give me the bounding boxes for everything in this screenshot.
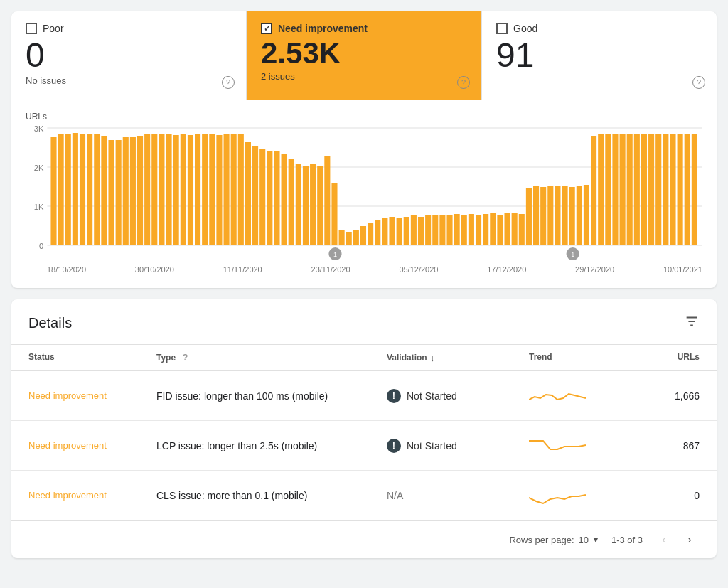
svg-rect-74: [526, 188, 532, 245]
svg-rect-47: [331, 183, 337, 245]
page-range: 1-3 of 3: [611, 535, 643, 545]
per-page-value: 10: [579, 535, 589, 545]
row2-type: LCP issue: longer than 2.5s (mobile): [156, 440, 387, 451]
svg-rect-75: [533, 186, 539, 245]
svg-rect-50: [353, 230, 359, 245]
svg-text:1: 1: [333, 251, 337, 258]
x-label-6: 29/12/2020: [575, 265, 614, 274]
col-trend: Trend: [529, 352, 643, 363]
details-header: Details: [11, 299, 717, 345]
svg-text:3K: 3K: [34, 124, 44, 133]
svg-rect-33: [231, 134, 237, 245]
x-label-3: 23/11/2020: [311, 265, 350, 274]
poor-help-icon[interactable]: ?: [222, 76, 235, 89]
svg-rect-43: [303, 166, 309, 245]
need-improvement-sub: 2 issues: [261, 71, 467, 82]
svg-rect-95: [678, 134, 683, 245]
row3-validation: N/A: [387, 490, 529, 501]
svg-rect-92: [655, 134, 661, 245]
metrics-card: Poor 0 No issues ? Need improvement 2.53…: [11, 11, 717, 288]
svg-rect-13: [87, 134, 92, 245]
svg-rect-45: [317, 166, 323, 245]
row1-status: Need improvement: [28, 390, 156, 401]
good-checkbox[interactable]: [496, 23, 508, 34]
svg-rect-41: [289, 159, 294, 245]
table-row: Need improvement FID issue: longer than …: [11, 371, 717, 421]
pagination-row: Rows per page: 10 ▼ 1-3 of 3 ‹ ›: [11, 520, 717, 558]
page-nav: ‹ ›: [654, 530, 700, 550]
svg-rect-91: [648, 134, 654, 245]
svg-rect-94: [670, 134, 675, 245]
row3-urls: 0: [643, 490, 700, 501]
svg-rect-97: [692, 134, 697, 245]
svg-rect-57: [404, 217, 410, 245]
svg-rect-8: [50, 137, 56, 245]
metric-poor: Poor 0 No issues ?: [11, 11, 247, 100]
good-help-icon[interactable]: ?: [692, 76, 705, 89]
svg-rect-81: [577, 186, 582, 245]
svg-rect-17: [116, 140, 122, 245]
svg-rect-80: [569, 187, 575, 245]
svg-rect-34: [238, 134, 244, 245]
need-improvement-label-row: Need improvement: [261, 23, 467, 34]
need-improvement-checkbox[interactable]: [261, 23, 272, 34]
rows-per-page: Rows per page: 10 ▼: [509, 535, 599, 545]
svg-rect-61: [432, 215, 438, 245]
type-help-icon[interactable]: ?: [182, 352, 188, 363]
svg-rect-76: [540, 187, 546, 245]
rows-per-page-label: Rows per page:: [509, 535, 574, 545]
svg-rect-87: [620, 134, 626, 245]
svg-rect-46: [324, 156, 330, 245]
svg-rect-69: [490, 213, 496, 245]
x-label-4: 05/12/2020: [399, 265, 438, 274]
x-label-7: 10/01/2021: [663, 265, 702, 274]
table-row: Need improvement LCP issue: longer than …: [11, 421, 717, 471]
col-validation[interactable]: Validation ↓: [387, 352, 529, 363]
filter-icon[interactable]: [684, 314, 700, 333]
svg-rect-18: [123, 137, 129, 245]
row1-validation-text: Not Started: [407, 390, 457, 402]
prev-page-button[interactable]: ‹: [654, 530, 674, 550]
svg-text:1: 1: [571, 251, 574, 258]
svg-rect-35: [245, 142, 251, 245]
svg-rect-19: [130, 137, 136, 245]
svg-rect-63: [446, 215, 452, 245]
svg-rect-26: [181, 134, 186, 245]
metric-need-improvement: Need improvement 2.53K 2 issues ?: [247, 11, 482, 100]
svg-rect-22: [151, 134, 157, 245]
svg-rect-40: [282, 154, 287, 245]
svg-rect-44: [310, 164, 316, 245]
svg-rect-31: [216, 135, 222, 245]
poor-checkbox[interactable]: [26, 23, 37, 34]
svg-rect-66: [469, 214, 474, 245]
chart-bars: [50, 133, 697, 245]
x-label-2: 11/11/2020: [223, 265, 262, 274]
svg-rect-42: [296, 164, 301, 245]
svg-rect-58: [411, 215, 417, 245]
svg-rect-23: [159, 134, 164, 245]
svg-text:2K: 2K: [34, 164, 44, 172]
chart-container: 3K 2K 1K 0: [26, 124, 702, 281]
x-label-0: 18/10/2020: [47, 265, 86, 274]
svg-text:1K: 1K: [34, 203, 44, 211]
col-urls: URLs: [643, 352, 700, 363]
need-improvement-help-icon[interactable]: ?: [457, 76, 470, 89]
table-row: Need improvement CLS issue: more than 0.…: [11, 471, 717, 520]
svg-rect-53: [375, 220, 380, 245]
svg-rect-93: [663, 134, 668, 245]
next-page-button[interactable]: ›: [680, 530, 700, 550]
svg-rect-79: [562, 186, 568, 245]
svg-rect-15: [101, 136, 107, 245]
svg-rect-24: [166, 134, 171, 245]
row3-trend: [529, 481, 643, 510]
svg-rect-86: [612, 134, 618, 245]
svg-rect-71: [504, 213, 510, 245]
per-page-select[interactable]: 10 ▼: [579, 535, 600, 545]
row3-validation-text: N/A: [387, 490, 403, 501]
row3-type: CLS issue: more than 0.1 (mobile): [156, 490, 387, 501]
table-header: Status Type ? Validation ↓ Trend URLs: [11, 345, 717, 371]
poor-label-row: Poor: [26, 23, 232, 34]
poor-sub: No issues: [26, 75, 232, 86]
row2-trend: [529, 431, 643, 460]
svg-rect-25: [173, 135, 179, 245]
